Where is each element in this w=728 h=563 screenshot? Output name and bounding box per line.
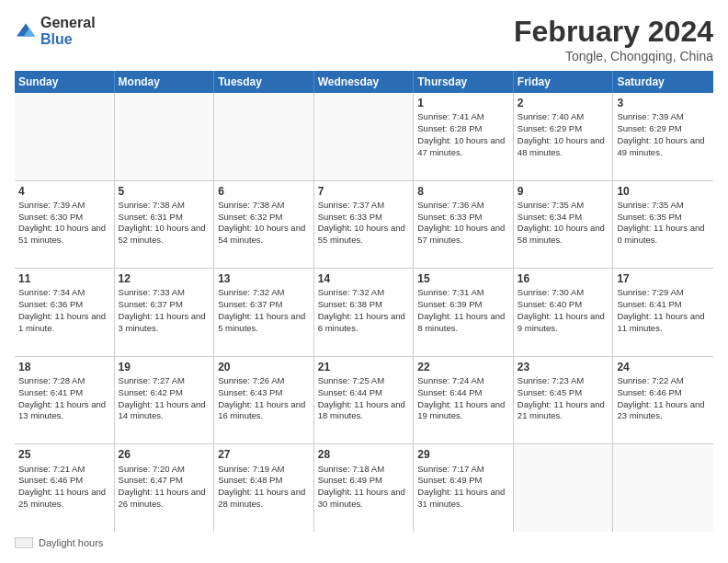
day-info: Sunrise: 7:31 AM Sunset: 6:39 PM Dayligh… [417,287,505,332]
day-info: Sunrise: 7:24 AM Sunset: 6:44 PM Dayligh… [417,375,505,420]
calendar-header-cell: Wednesday [314,71,415,93]
calendar-cell: 25Sunrise: 7:21 AM Sunset: 6:46 PM Dayli… [15,444,115,532]
calendar-cell: 29Sunrise: 7:17 AM Sunset: 6:49 PM Dayli… [414,444,514,532]
calendar-row: 11Sunrise: 7:34 AM Sunset: 6:36 PM Dayli… [15,269,713,357]
calendar-header-cell: Sunday [15,71,115,93]
calendar-header-cell: Saturday [613,71,713,93]
day-number: 20 [218,360,310,374]
day-info: Sunrise: 7:25 AM Sunset: 6:44 PM Dayligh… [318,375,405,420]
day-number: 14 [318,271,410,286]
day-number: 3 [617,96,710,110]
logo-icon [15,22,37,40]
day-info: Sunrise: 7:39 AM Sunset: 6:30 PM Dayligh… [18,200,106,245]
day-info: Sunrise: 7:29 AM Sunset: 6:41 PM Dayligh… [617,287,704,332]
calendar-cell [613,444,713,532]
calendar-cell: 26Sunrise: 7:20 AM Sunset: 6:47 PM Dayli… [115,444,215,532]
calendar-cell: 24Sunrise: 7:22 AM Sunset: 6:46 PM Dayli… [613,357,713,444]
daylight-swatch [15,537,33,548]
day-info: Sunrise: 7:40 AM Sunset: 6:29 PM Dayligh… [518,111,605,156]
day-number: 16 [518,271,609,286]
day-info: Sunrise: 7:18 AM Sunset: 6:49 PM Dayligh… [318,464,405,509]
day-info: Sunrise: 7:38 AM Sunset: 6:31 PM Dayligh… [119,200,206,245]
day-info: Sunrise: 7:28 AM Sunset: 6:41 PM Dayligh… [18,375,106,420]
page: General Blue February 2024 Tongle, Chong… [0,0,728,563]
calendar-cell: 7Sunrise: 7:37 AM Sunset: 6:33 PM Daylig… [314,181,415,269]
calendar-row: 1Sunrise: 7:41 AM Sunset: 6:28 PM Daylig… [15,93,713,181]
day-number: 2 [518,96,609,110]
day-number: 8 [417,184,509,199]
calendar-cell [214,93,314,180]
calendar-cell: 4Sunrise: 7:39 AM Sunset: 6:30 PM Daylig… [15,181,115,269]
day-info: Sunrise: 7:22 AM Sunset: 6:46 PM Dayligh… [617,375,704,420]
calendar-cell: 6Sunrise: 7:38 AM Sunset: 6:32 PM Daylig… [214,181,314,269]
calendar-cell: 21Sunrise: 7:25 AM Sunset: 6:44 PM Dayli… [314,357,415,444]
day-number: 21 [318,360,410,374]
day-number: 5 [119,184,210,199]
calendar-cell: 20Sunrise: 7:26 AM Sunset: 6:43 PM Dayli… [214,357,314,444]
day-number: 27 [218,447,310,462]
day-info: Sunrise: 7:36 AM Sunset: 6:33 PM Dayligh… [417,200,505,245]
day-info: Sunrise: 7:37 AM Sunset: 6:33 PM Dayligh… [318,200,405,245]
calendar-cell: 28Sunrise: 7:18 AM Sunset: 6:49 PM Dayli… [314,444,415,532]
day-number: 11 [18,271,110,286]
day-number: 4 [18,184,110,199]
month-title: February 2024 [514,15,713,49]
day-info: Sunrise: 7:32 AM Sunset: 6:37 PM Dayligh… [218,287,305,332]
day-info: Sunrise: 7:35 AM Sunset: 6:35 PM Dayligh… [617,200,704,245]
calendar-cell [15,93,115,180]
day-info: Sunrise: 7:27 AM Sunset: 6:42 PM Dayligh… [119,375,206,420]
calendar-cell: 19Sunrise: 7:27 AM Sunset: 6:42 PM Dayli… [115,357,215,444]
calendar-cell: 18Sunrise: 7:28 AM Sunset: 6:41 PM Dayli… [15,357,115,444]
day-info: Sunrise: 7:33 AM Sunset: 6:37 PM Dayligh… [119,287,206,332]
calendar-cell: 8Sunrise: 7:36 AM Sunset: 6:33 PM Daylig… [414,181,514,269]
day-number: 9 [518,184,609,199]
calendar-cell: 2Sunrise: 7:40 AM Sunset: 6:29 PM Daylig… [514,93,614,180]
header: General Blue February 2024 Tongle, Chong… [15,15,713,63]
day-number: 24 [617,360,710,374]
calendar-cell: 11Sunrise: 7:34 AM Sunset: 6:36 PM Dayli… [15,269,115,356]
daylight-label: Daylight hours [39,537,103,548]
calendar-cell: 10Sunrise: 7:35 AM Sunset: 6:35 PM Dayli… [613,181,713,269]
day-info: Sunrise: 7:39 AM Sunset: 6:29 PM Dayligh… [617,111,704,156]
calendar-cell: 14Sunrise: 7:32 AM Sunset: 6:38 PM Dayli… [314,269,415,356]
footer: Daylight hours [15,537,713,548]
logo-line1: General [40,15,96,31]
day-number: 22 [417,360,509,374]
calendar-header-cell: Thursday [414,71,514,93]
calendar-cell [514,444,614,532]
day-number: 1 [417,96,509,110]
day-info: Sunrise: 7:30 AM Sunset: 6:40 PM Dayligh… [518,287,605,332]
day-number: 15 [417,271,509,286]
calendar-cell: 27Sunrise: 7:19 AM Sunset: 6:48 PM Dayli… [214,444,314,532]
day-info: Sunrise: 7:35 AM Sunset: 6:34 PM Dayligh… [518,200,605,245]
logo-line2: Blue [40,31,96,48]
calendar-cell: 9Sunrise: 7:35 AM Sunset: 6:34 PM Daylig… [514,181,614,269]
calendar-row: 18Sunrise: 7:28 AM Sunset: 6:41 PM Dayli… [15,357,713,445]
day-info: Sunrise: 7:17 AM Sunset: 6:49 PM Dayligh… [417,464,505,509]
calendar-cell: 1Sunrise: 7:41 AM Sunset: 6:28 PM Daylig… [414,93,514,180]
calendar-cell: 17Sunrise: 7:29 AM Sunset: 6:41 PM Dayli… [613,269,713,356]
day-number: 23 [518,360,609,374]
calendar-cell: 23Sunrise: 7:23 AM Sunset: 6:45 PM Dayli… [514,357,614,444]
day-info: Sunrise: 7:21 AM Sunset: 6:46 PM Dayligh… [18,464,106,509]
calendar-header-cell: Tuesday [214,71,314,93]
day-number: 12 [119,271,210,286]
day-info: Sunrise: 7:26 AM Sunset: 6:43 PM Dayligh… [218,375,305,420]
calendar-cell: 15Sunrise: 7:31 AM Sunset: 6:39 PM Dayli… [414,269,514,356]
day-number: 19 [119,360,210,374]
day-info: Sunrise: 7:32 AM Sunset: 6:38 PM Dayligh… [318,287,405,332]
day-info: Sunrise: 7:20 AM Sunset: 6:47 PM Dayligh… [119,464,206,509]
day-number: 17 [617,271,710,286]
logo: General Blue [15,15,96,47]
day-info: Sunrise: 7:38 AM Sunset: 6:32 PM Dayligh… [218,200,305,245]
calendar-cell [314,93,415,180]
calendar-cell: 16Sunrise: 7:30 AM Sunset: 6:40 PM Dayli… [514,269,614,356]
calendar-cell: 5Sunrise: 7:38 AM Sunset: 6:31 PM Daylig… [115,181,215,269]
calendar-header-cell: Monday [115,71,215,93]
day-number: 28 [318,447,410,462]
calendar-body: 1Sunrise: 7:41 AM Sunset: 6:28 PM Daylig… [15,93,713,532]
calendar-cell: 3Sunrise: 7:39 AM Sunset: 6:29 PM Daylig… [613,93,713,180]
location: Tongle, Chongqing, China [514,49,713,63]
calendar-row: 25Sunrise: 7:21 AM Sunset: 6:46 PM Dayli… [15,444,713,532]
calendar-cell: 12Sunrise: 7:33 AM Sunset: 6:37 PM Dayli… [115,269,215,356]
